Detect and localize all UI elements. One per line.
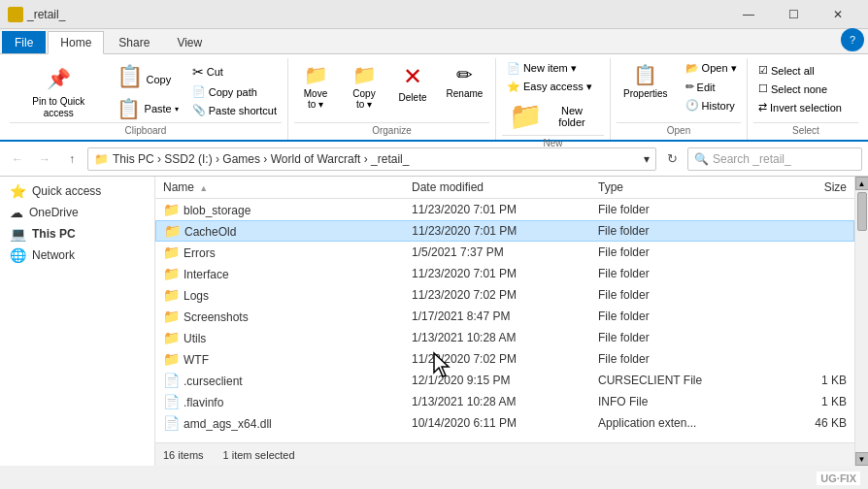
pin-to-quick-button[interactable]: 📌 Pin to Quick access bbox=[10, 60, 108, 122]
col-size-header[interactable]: Size bbox=[785, 180, 847, 194]
status-bar: 16 items 1 item selected bbox=[155, 442, 854, 466]
paste-button[interactable]: 📋 Paste ▾ bbox=[112, 95, 184, 122]
select-none-button[interactable]: ☐ Select none bbox=[753, 81, 832, 97]
copy-to-button[interactable]: 📁 Copyto ▾ bbox=[343, 60, 385, 113]
col-date-header[interactable]: Date modified bbox=[412, 180, 598, 194]
pin-icon: 📌 bbox=[43, 63, 74, 94]
edit-icon: ✏ bbox=[685, 81, 694, 93]
open-icon: 📂 bbox=[685, 62, 699, 75]
table-row[interactable]: 📁Logs 11/23/2020 7:02 PM File folder bbox=[155, 284, 854, 306]
window-controls: — ☐ ✕ bbox=[726, 0, 860, 29]
ribbon: 📌 Pin to Quick access 📋 Copy 📋 Paste ▾ ✂… bbox=[0, 54, 868, 142]
search-box[interactable]: 🔍 Search _retail_ bbox=[687, 147, 862, 171]
history-icon: 🕐 bbox=[685, 99, 699, 112]
table-row[interactable]: 📁Screenshots 1/17/2021 8:47 PM File fold… bbox=[155, 306, 854, 327]
col-name-header[interactable]: Name ▲ bbox=[163, 180, 412, 194]
help-button[interactable]: ? bbox=[841, 28, 864, 51]
copy-button[interactable]: 📋 Copy bbox=[112, 60, 184, 93]
copy-path-icon: 📄 bbox=[192, 85, 206, 98]
forward-button[interactable]: → bbox=[33, 147, 56, 171]
maximize-button[interactable]: ☐ bbox=[771, 0, 816, 29]
folder-icon: 📁 bbox=[163, 287, 180, 303]
folder-icon: 📁 bbox=[163, 244, 180, 260]
refresh-button[interactable]: ↻ bbox=[660, 147, 684, 171]
table-row[interactable]: 📁WTF 11/23/2020 7:02 PM File folder bbox=[155, 348, 854, 370]
select-none-icon: ☐ bbox=[758, 82, 768, 95]
table-row[interactable]: 📁Utils 1/13/2021 10:28 AM File folder bbox=[155, 327, 854, 348]
back-button[interactable]: ← bbox=[6, 147, 29, 171]
sidebar-item-onedrive[interactable]: ☁ OneDrive bbox=[0, 202, 154, 223]
minimize-button[interactable]: — bbox=[726, 0, 771, 29]
sidebar-item-quick-access[interactable]: ⭐ Quick access bbox=[0, 180, 154, 202]
new-folder-icon: 📁 bbox=[509, 100, 543, 132]
search-icon: 🔍 bbox=[694, 152, 709, 166]
window-icon bbox=[8, 7, 23, 22]
col-type-header[interactable]: Type bbox=[598, 180, 785, 194]
sort-arrow: ▲ bbox=[199, 183, 208, 193]
folder-icon: 📁 bbox=[163, 266, 180, 281]
paste-shortcut-icon: 📎 bbox=[192, 104, 206, 116]
rename-icon: ✏ bbox=[456, 63, 473, 86]
easy-access-button[interactable]: ⭐ Easy access ▾ bbox=[502, 79, 597, 95]
paste-arrow: ▾ bbox=[175, 105, 179, 114]
sidebar-item-this-pc[interactable]: 💻 This PC bbox=[0, 223, 154, 244]
cut-icon: ✂ bbox=[192, 64, 204, 80]
new-item-button[interactable]: 📄 New item ▾ bbox=[502, 60, 582, 77]
invert-selection-button[interactable]: ⇄ Invert selection bbox=[753, 99, 847, 115]
table-row[interactable]: 📁Interface 11/23/2020 7:01 PM File folde… bbox=[155, 263, 854, 284]
table-row[interactable]: 📁CacheOld 11/23/2020 7:01 PM File folder bbox=[155, 220, 854, 242]
scrollbar[interactable]: ▲ ▼ bbox=[854, 177, 868, 466]
move-to-button[interactable]: 📁 Moveto ▾ bbox=[294, 60, 337, 113]
delete-button[interactable]: ✕ Delete bbox=[391, 60, 434, 106]
ribbon-group-organize: 📁 Moveto ▾ 📁 Copyto ▾ ✕ Delete ✏ Rename … bbox=[288, 58, 496, 140]
folder-icon: 📁 bbox=[163, 351, 180, 367]
tab-share[interactable]: Share bbox=[106, 31, 162, 53]
organize-label: Organize bbox=[294, 122, 489, 140]
sidebar: ⭐ Quick access ☁ OneDrive 💻 This PC 🌐 Ne… bbox=[0, 177, 155, 466]
cut-button[interactable]: ✂ Cut bbox=[187, 62, 282, 82]
easy-access-icon: ⭐ bbox=[507, 81, 520, 93]
edit-button[interactable]: ✏ Edit bbox=[681, 79, 742, 95]
invert-icon: ⇄ bbox=[758, 101, 767, 114]
table-row[interactable]: 📁Errors 1/5/2021 7:37 PM File folder bbox=[155, 242, 854, 263]
tab-file[interactable]: File bbox=[2, 31, 46, 53]
table-row[interactable]: 📄.flavinfo 1/13/2021 10:28 AM INFO File … bbox=[155, 391, 854, 412]
properties-button[interactable]: 📋 Properties bbox=[617, 60, 675, 122]
watermark: UG·FIX bbox=[817, 472, 860, 485]
paste-shortcut-button[interactable]: 📎 Paste shortcut bbox=[187, 102, 282, 118]
scroll-up-button[interactable]: ▲ bbox=[855, 177, 869, 190]
folder-icon: 📁 bbox=[163, 330, 180, 345]
copy-path-button[interactable]: 📄 Copy path bbox=[187, 83, 282, 100]
history-button[interactable]: 🕐 History bbox=[681, 97, 742, 114]
open-button[interactable]: 📂 Open ▾ bbox=[681, 60, 742, 77]
main-area: ⭐ Quick access ☁ OneDrive 💻 This PC 🌐 Ne… bbox=[0, 177, 868, 466]
ribbon-group-new: 📄 New item ▾ ⭐ Easy access ▾ 📁 New folde… bbox=[496, 58, 611, 140]
new-folder-button[interactable]: 📁 New folder bbox=[502, 97, 604, 135]
scroll-down-button[interactable]: ▼ bbox=[855, 452, 869, 466]
scroll-thumb[interactable] bbox=[857, 192, 867, 231]
title-bar-title: _retail_ bbox=[27, 8, 65, 21]
address-bar: ← → ↑ 📁 This PC › SSD2 (I:) › Games › Wo… bbox=[0, 142, 868, 177]
table-row[interactable]: 📁blob_storage 11/23/2020 7:01 PM File fo… bbox=[155, 199, 854, 220]
folder-icon: 📁 bbox=[164, 223, 181, 239]
table-row[interactable]: 📄amd_ags_x64.dll 10/14/2020 6:11 PM Appl… bbox=[155, 412, 854, 434]
sidebar-item-network[interactable]: 🌐 Network bbox=[0, 244, 154, 266]
table-row[interactable]: 📄.curseclient 12/1/2020 9:15 PM CURSECLI… bbox=[155, 370, 854, 391]
close-button[interactable]: ✕ bbox=[816, 0, 860, 29]
up-button[interactable]: ↑ bbox=[60, 147, 83, 171]
select-all-icon: ☑ bbox=[758, 64, 768, 77]
select-all-button[interactable]: ☑ Select all bbox=[753, 62, 819, 79]
rename-button[interactable]: ✏ Rename bbox=[440, 60, 489, 102]
tab-view[interactable]: View bbox=[164, 31, 215, 53]
move-icon: 📁 bbox=[304, 63, 328, 86]
file-list-header: Name ▲ Date modified Type Size bbox=[155, 177, 854, 199]
selected-count: 1 item selected bbox=[223, 449, 295, 461]
ribbon-group-clipboard: 📌 Pin to Quick access 📋 Copy 📋 Paste ▾ ✂… bbox=[4, 58, 288, 140]
address-path[interactable]: 📁 This PC › SSD2 (I:) › Games › World of… bbox=[87, 147, 656, 171]
tab-home[interactable]: Home bbox=[48, 31, 104, 54]
computer-icon: 💻 bbox=[10, 226, 26, 242]
path-dropdown-icon: ▾ bbox=[644, 152, 650, 166]
path-text: This PC › SSD2 (I:) › Games › World of W… bbox=[113, 152, 409, 166]
item-count: 16 items bbox=[163, 449, 204, 461]
folder-icon: 📁 bbox=[163, 202, 180, 217]
